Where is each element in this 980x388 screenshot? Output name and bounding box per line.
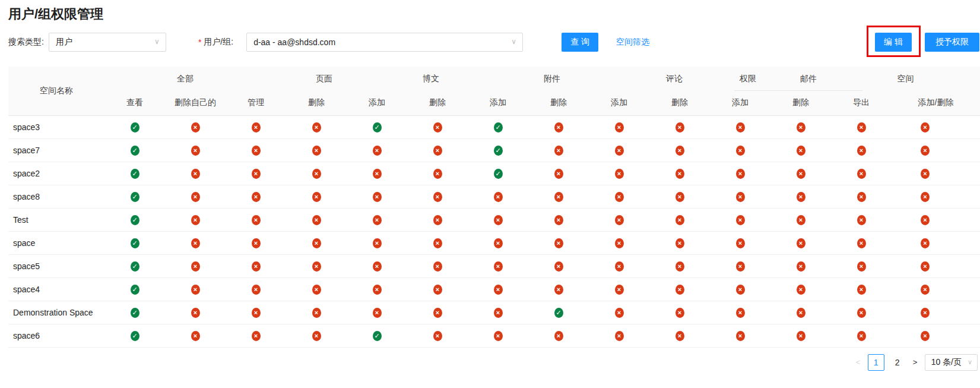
header-column-row: 查看删除自己的管理删除添加删除添加删除添加删除添加删除导出添加/删除 (8, 91, 980, 115)
space-name-cell: Demonstration Space (8, 301, 104, 324)
permission-cell: × (831, 231, 892, 254)
permission-cell: × (649, 162, 710, 185)
allowed-check-icon: ✓ (494, 122, 503, 133)
permission-cell: × (226, 162, 286, 185)
denied-cross-icon: × (312, 215, 321, 225)
permission-cell: × (831, 254, 892, 277)
permission-cell: × (286, 162, 347, 185)
permission-cell: ✓ (104, 231, 165, 254)
page-size-value: 10 条/页 (931, 357, 962, 368)
space-filter-link[interactable]: 空间筛选 (616, 37, 649, 48)
permission-cell: × (892, 115, 980, 138)
denied-cross-icon: × (921, 122, 930, 133)
permission-cell: × (589, 162, 649, 185)
user-group-select[interactable]: d-aa - aa@shdsd.com ∨ (246, 33, 523, 52)
permission-cell: × (226, 324, 286, 347)
denied-cross-icon: × (736, 169, 745, 179)
table-row: space✓××××××××××××× (8, 231, 980, 254)
denied-cross-icon: × (373, 285, 382, 295)
allowed-check-icon: ✓ (131, 192, 139, 202)
denied-cross-icon: × (373, 238, 382, 248)
denied-cross-icon: × (615, 192, 624, 202)
denied-cross-icon: × (797, 192, 805, 202)
permission-cell: × (770, 162, 831, 185)
search-type-value: 用户 (56, 37, 72, 48)
denied-cross-icon: × (797, 285, 805, 295)
permission-cell: × (770, 115, 831, 138)
page-number-2[interactable]: 2 (889, 354, 906, 371)
permission-cell: × (528, 231, 589, 254)
denied-cross-icon: × (797, 146, 805, 156)
denied-cross-icon: × (373, 215, 382, 225)
permission-cell: ✓ (468, 115, 528, 138)
column-header: 添加 (589, 91, 649, 115)
space-name-cell: space7 (8, 138, 104, 162)
permission-cell: × (226, 231, 286, 254)
permission-cell: × (286, 277, 347, 301)
permission-cell: × (286, 208, 347, 231)
permission-cell: × (770, 324, 831, 347)
grant-permission-button[interactable]: 授予权限 (925, 33, 979, 52)
permission-cell: × (286, 138, 347, 162)
denied-cross-icon: × (554, 146, 563, 156)
denied-cross-icon: × (191, 215, 200, 225)
denied-cross-icon: × (615, 261, 624, 272)
table-row: space8✓××××××××××××× (8, 185, 980, 208)
group-header: 空间 (831, 67, 980, 91)
permission-cell: × (528, 208, 589, 231)
denied-cross-icon: × (857, 122, 866, 133)
permission-cell: × (226, 254, 286, 277)
denied-cross-icon: × (494, 308, 503, 318)
denied-cross-icon: × (554, 261, 563, 272)
allowed-check-icon: ✓ (554, 308, 563, 318)
table-row: space6✓×××✓××××××××× (8, 324, 980, 347)
denied-cross-icon: × (675, 238, 684, 248)
denied-cross-icon: × (921, 285, 930, 295)
denied-cross-icon: × (433, 192, 442, 202)
permission-cell: × (589, 254, 649, 277)
denied-cross-icon: × (312, 285, 321, 295)
denied-cross-icon: × (312, 238, 321, 248)
permission-cell: ✓ (104, 162, 165, 185)
permission-cell: × (710, 185, 770, 208)
permission-cell: × (770, 208, 831, 231)
permission-cell: × (468, 324, 528, 347)
prev-page-icon: < (854, 358, 863, 367)
denied-cross-icon: × (494, 215, 503, 225)
denied-cross-icon: × (433, 238, 442, 248)
table-row: space2✓×××××✓××××××× (8, 162, 980, 185)
denied-cross-icon: × (312, 261, 321, 272)
edit-button[interactable]: 编 辑 (875, 33, 912, 52)
denied-cross-icon: × (615, 285, 624, 295)
column-header: 删除自己的 (165, 91, 226, 115)
denied-cross-icon: × (494, 238, 503, 248)
page-number-1[interactable]: 1 (868, 354, 884, 371)
group-header-label: 空间 (897, 74, 914, 84)
denied-cross-icon: × (191, 238, 200, 248)
group-header-label: 附件 (544, 74, 560, 84)
permission-cell: × (468, 277, 528, 301)
header-divider-line (734, 90, 862, 91)
permission-cell: × (649, 231, 710, 254)
allowed-check-icon: ✓ (373, 122, 382, 133)
search-type-select[interactable]: 用户 ∨ (49, 33, 166, 52)
space-name-cell: space8 (8, 185, 104, 208)
permission-cell: × (165, 185, 226, 208)
next-page-icon[interactable]: > (911, 358, 920, 367)
denied-cross-icon: × (675, 215, 684, 225)
allowed-check-icon: ✓ (131, 261, 139, 272)
permission-cell: × (892, 231, 980, 254)
denied-cross-icon: × (373, 261, 382, 272)
denied-cross-icon: × (494, 261, 503, 272)
page-size-select[interactable]: 10 条/页 ∨ (925, 354, 978, 371)
column-header: 删除 (649, 91, 710, 115)
group-header-label: 评论 (666, 74, 683, 84)
query-button[interactable]: 查 询 (562, 33, 598, 52)
denied-cross-icon: × (857, 285, 866, 295)
denied-cross-icon: × (675, 169, 684, 179)
permission-cell: ✓ (104, 301, 165, 324)
permission-cell: × (770, 301, 831, 324)
permission-cell: × (710, 324, 770, 347)
allowed-check-icon: ✓ (131, 169, 139, 179)
permission-cell: × (589, 185, 649, 208)
